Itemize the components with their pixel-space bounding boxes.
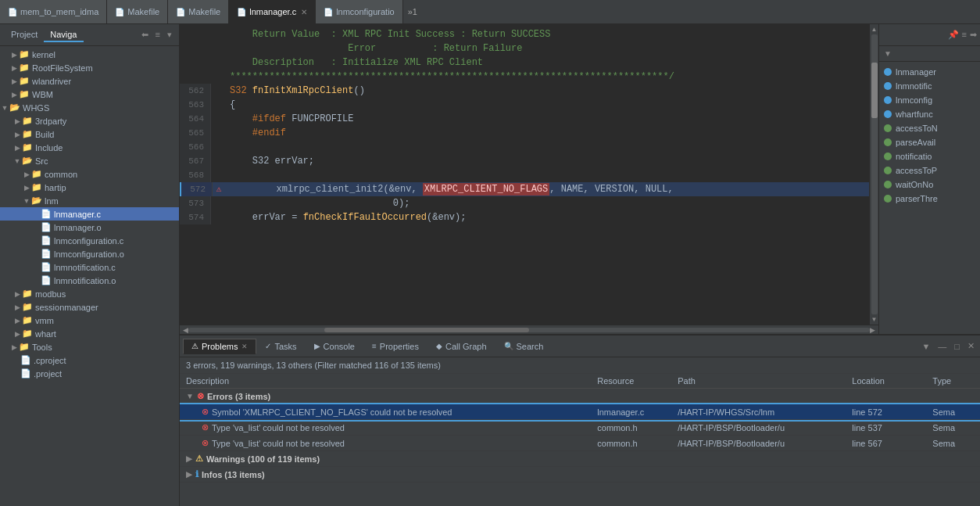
tree-item-kernel[interactable]: ▶ 📁 kernel <box>0 48 179 61</box>
bottom-tab-search[interactable]: 🔍 Search <box>495 339 553 354</box>
tree-item-wbm[interactable]: ▶ 📁 WBM <box>0 88 179 101</box>
right-list-item[interactable]: parseAvail <box>879 135 980 149</box>
tab-makefile1[interactable]: 📄 Makefile <box>107 0 168 23</box>
error-row-1[interactable]: ⊗ Symbol 'XMLRPC_CLIENT_NO_FLAGS' could … <box>180 404 980 420</box>
col-header-location[interactable]: Location <box>846 374 926 389</box>
right-list-item[interactable]: whartfunc <box>879 107 980 121</box>
tree-item-lnmanager-c[interactable]: 📄 lnmanager.c <box>0 207 179 221</box>
error-icon: ⊗ <box>202 422 209 432</box>
tree-arrow-icon: ▶ <box>13 131 22 138</box>
right-list-item[interactable]: waitOnNo <box>879 178 980 192</box>
tree-item-rootfilesystem[interactable]: ▶ 📁 RootFileSystem <box>0 61 179 74</box>
folder-icon: 📁 <box>22 302 33 312</box>
col-header-resource[interactable]: Resource <box>591 374 671 389</box>
tree-item-lnmnotification-o[interactable]: 📄 lnmnotification.o <box>0 274 179 287</box>
tabs-overflow[interactable]: »1 <box>403 7 422 16</box>
scroll-up-icon[interactable]: ▲ <box>871 26 878 33</box>
col-header-type[interactable]: Type <box>926 374 980 389</box>
bottom-tab-problems[interactable]: ⚠ Problems ✕ <box>183 339 256 354</box>
tree-item-whart[interactable]: ▶ 📁 whart <box>0 327 179 340</box>
right-panel-expand-arrow[interactable]: ▼ <box>879 46 980 62</box>
right-list-item[interactable]: lnmanager <box>879 65 980 79</box>
tree-arrow-icon: ▶ <box>13 330 22 338</box>
error-row-2[interactable]: ⊗ Type 'va_list' could not be resolved c… <box>180 420 980 436</box>
tree-item-project-file[interactable]: 📄 .project <box>0 367 179 380</box>
tree-item-build[interactable]: ▶ 📁 Build <box>0 127 179 141</box>
tab-close-icon[interactable]: ✕ <box>301 8 307 16</box>
group-expand-icon[interactable]: ▶ <box>186 454 192 463</box>
tree-item-lnmconfiguration-o[interactable]: 📄 lnmconfiguration.o <box>0 247 179 260</box>
problems-table[interactable]: Description Resource Path Location Type <box>180 374 980 506</box>
bottom-tab-call-graph[interactable]: ◆ Call Graph <box>427 339 495 354</box>
sidebar-tab-project[interactable]: Project <box>5 28 44 42</box>
tree-arrow-icon: ▶ <box>9 91 19 99</box>
tree-item-common[interactable]: ▶ 📁 common <box>0 167 179 181</box>
tree-item-sessionmanager[interactable]: ▶ 📁 sessionmanager <box>0 300 179 314</box>
infos-group-row[interactable]: ▶ ℹ Infos (13 items) <box>180 467 980 483</box>
console-icon: ▶ <box>314 342 320 350</box>
bottom-close-icon[interactable]: ✕ <box>965 341 977 351</box>
sidebar-tab-navigator[interactable]: Naviga <box>44 28 83 42</box>
tree-item-lnmconfiguration-c[interactable]: 📄 lnmconfiguration.c <box>0 234 179 247</box>
scroll-down-icon[interactable]: ▼ <box>871 316 878 323</box>
sidebar-menu-icon[interactable]: ≡ <box>153 29 163 41</box>
right-panel-collapse-icon[interactable]: ➡ <box>970 30 977 40</box>
tree-item-include[interactable]: ▶ 📁 Include <box>0 141 179 154</box>
bottom-maximize-icon[interactable]: □ <box>952 342 962 351</box>
right-panel: 📌 ≡ ➡ ▼ lnmanager lnmnotific <box>878 24 980 334</box>
tab-makefile2[interactable]: 📄 Makefile <box>168 0 229 23</box>
tree-item-vmm[interactable]: ▶ 📁 vmm <box>0 314 179 327</box>
bottom-tab-properties[interactable]: ≡ Properties <box>363 339 427 354</box>
bottom-tab-tasks[interactable]: ✓ Tasks <box>256 339 305 354</box>
editor-vertical-scrollbar[interactable]: ▲ ▼ <box>869 24 878 325</box>
scroll-left-icon[interactable]: ◀ <box>183 326 188 334</box>
right-list-item[interactable]: lnmnotific <box>879 79 980 93</box>
scroll-right-icon[interactable]: ▶ <box>870 326 875 334</box>
right-panel-pin-icon[interactable]: 📌 <box>948 30 959 40</box>
tree-item-lnm[interactable]: ▼ 📂 lnm <box>0 194 179 207</box>
tab-lnmanager-c[interactable]: 📄 lnmanager.c ✕ <box>229 0 316 23</box>
col-header-path[interactable]: Path <box>671 374 846 389</box>
right-list-item[interactable]: parserThre <box>879 192 980 206</box>
bottom-tab-close-icon[interactable]: ✕ <box>241 343 248 350</box>
right-list-item[interactable]: lnmconfig <box>879 93 980 107</box>
problems-icon: ⚠ <box>191 342 199 350</box>
bottom-minimize-icon[interactable]: — <box>935 342 949 351</box>
right-list-item[interactable]: notificatio <box>879 149 980 163</box>
tree-item-tools[interactable]: ▶ 📁 Tools <box>0 340 179 353</box>
tab-mem-to-mem-idma[interactable]: 📄 mem_to_mem_idma <box>0 0 107 23</box>
right-list-item[interactable]: accessToP <box>879 163 980 178</box>
scroll-track[interactable] <box>871 34 878 314</box>
sidebar-more-icon[interactable]: ▾ <box>165 29 174 41</box>
code-line-573: 573 0); <box>180 196 869 210</box>
tab-lnmconfiguratio[interactable]: 📄 lnmconfiguratio <box>316 0 403 23</box>
group-expand-icon[interactable]: ▼ <box>186 392 194 400</box>
right-list-item[interactable]: accessToN <box>879 121 980 135</box>
tree-item-modbus[interactable]: ▶ 📁 modbus <box>0 287 179 300</box>
tree-item-lnmanager-o[interactable]: 📄 lnmanager.o <box>0 221 179 234</box>
error-row-3[interactable]: ⊗ Type 'va_list' could not be resolved c… <box>180 436 980 451</box>
tree-item-src[interactable]: ▼ 📂 Src <box>0 154 179 167</box>
file-icon: 📄 <box>237 8 246 16</box>
tree-item-wlandriver[interactable]: ▶ 📁 wlandriver <box>0 74 179 88</box>
h-scroll-track[interactable] <box>188 328 870 332</box>
tree-item-hartip[interactable]: ▶ 📁 hartip <box>0 181 179 194</box>
editor-horizontal-scrollbar[interactable]: ◀ ▶ <box>180 325 878 334</box>
tree-item-lnmnotification-c[interactable]: 📄 lnmnotification.c <box>0 260 179 274</box>
tree-arrow-icon: ▶ <box>13 144 22 152</box>
editor-scrollable[interactable]: Return Value : XML RPC Init Success : Re… <box>180 24 878 325</box>
tree-item-cproject[interactable]: 📄 .cproject <box>0 353 179 367</box>
tree-item-whgs[interactable]: ▼ 📂 WHGS <box>0 101 179 114</box>
bottom-filter-icon[interactable]: ▼ <box>919 342 932 351</box>
group-expand-icon[interactable]: ▶ <box>186 470 192 479</box>
warnings-group-row[interactable]: ▶ ⚠ Warnings (100 of 119 items) <box>180 451 980 467</box>
tree-item-3rdparty[interactable]: ▶ 📁 3rdparty <box>0 114 179 127</box>
sidebar-collapse-icon[interactable]: ⬅ <box>139 29 151 41</box>
item-dot-icon <box>884 195 892 203</box>
bottom-tab-console[interactable]: ▶ Console <box>306 339 363 354</box>
warning-icon: ⚠ <box>195 454 203 464</box>
errors-group-row[interactable]: ▼ ⊗ Errors (3 items) <box>180 389 980 404</box>
right-panel-menu-icon[interactable]: ≡ <box>962 30 967 40</box>
col-header-description[interactable]: Description <box>180 374 591 389</box>
item-dot-icon <box>884 138 892 146</box>
